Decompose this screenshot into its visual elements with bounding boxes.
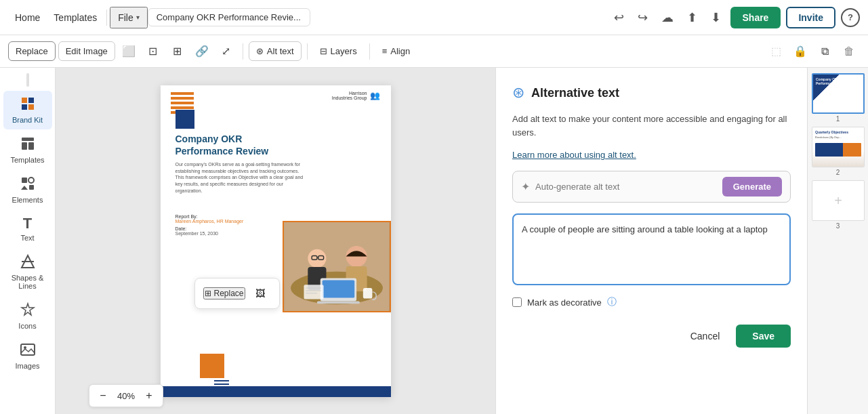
toolbar-divider-2: [307, 43, 308, 60]
icons-label: Icons: [18, 322, 36, 330]
sidebar-item-brand[interactable]: Brand Kit: [3, 91, 52, 129]
info-icon[interactable]: ⓘ: [607, 296, 617, 308]
replace-overlay-button[interactable]: ⊞ Replace: [203, 287, 245, 299]
left-sidebar: Brand Kit Templates Elements T Text Shap…: [0, 68, 56, 414]
top-bar: Home Templates File ▾ ↩ ↪ ☁ ⬆ ⬇ Share In…: [0, 0, 868, 35]
learn-more-link[interactable]: Learn more about using alt text.: [512, 150, 791, 160]
alt-text-textarea[interactable]: [512, 213, 791, 285]
sidebar-item-shapes[interactable]: Shapes & Lines: [3, 249, 52, 295]
shapes-icon: [20, 254, 35, 271]
svg-rect-3: [28, 104, 34, 110]
panel-description: Add alt text to make your content more a…: [512, 112, 791, 139]
align-button[interactable]: ≡ Align: [375, 42, 417, 60]
layers-icon: ⊟: [320, 46, 327, 56]
zoom-controls: − 40% +: [89, 384, 163, 407]
document-preview: Harrison Industries Group 👥 Company OKR …: [161, 85, 391, 397]
thumbnail-3[interactable]: + 3: [812, 180, 864, 230]
replace-overlay-icon: ⊞: [205, 289, 211, 298]
toolbar-divider-3: [369, 43, 370, 60]
icons-icon: [20, 302, 35, 319]
alt-text-button[interactable]: ⊛ Alt text: [249, 41, 302, 61]
canvas-area: Harrison Industries Group 👥 Company OKR …: [56, 68, 495, 414]
sidebar-item-elements[interactable]: Elements: [3, 171, 52, 209]
decorative-row: Mark as decorative ⓘ: [512, 296, 791, 308]
mark-decorative-checkbox[interactable]: [512, 297, 522, 307]
file-label: File: [118, 12, 133, 23]
delete-button[interactable]: 🗑: [838, 41, 860, 62]
bottom-blue-bar: [161, 386, 391, 397]
brand-label: Brand Kit: [12, 116, 43, 124]
save-button[interactable]: Save: [736, 325, 791, 348]
svg-rect-14: [21, 344, 35, 355]
auto-generate-input[interactable]: [535, 182, 717, 192]
people-image: [284, 222, 390, 311]
thumbnail-image-3: +: [812, 180, 865, 221]
elements-icon: [20, 176, 35, 193]
zoom-in-button[interactable]: +: [141, 388, 157, 404]
blue-square-decoration: [175, 110, 194, 129]
report-by-name: Mareen Ampharos, HR Manager: [175, 219, 244, 224]
transform-button[interactable]: ⊡: [142, 41, 164, 62]
duplicate-button[interactable]: ⧉: [814, 41, 835, 62]
document-title-input[interactable]: [148, 8, 310, 26]
svg-rect-27: [316, 301, 359, 304]
images-label: Images: [15, 362, 39, 370]
thumbnail-2[interactable]: Quarterly Objectives Breakdown (By Dep… …: [812, 127, 864, 176]
orange-line-1: [171, 92, 194, 95]
file-menu-button[interactable]: File ▾: [110, 7, 148, 28]
thumbnail-number-1: 1: [812, 115, 864, 123]
thumbnail-number-3: 3: [812, 222, 864, 230]
frame-button[interactable]: ⬚: [765, 41, 787, 62]
thumbnail-number-2: 2: [812, 169, 864, 176]
zoom-value: 40%: [114, 391, 138, 401]
alt-text-panel-icon: ⊛: [512, 84, 524, 102]
link-button[interactable]: 🔗: [191, 41, 213, 62]
replace-label: Replace: [16, 46, 48, 56]
svg-rect-32: [363, 288, 372, 299]
sidebar-item-text[interactable]: T Text: [3, 211, 52, 247]
sidebar-item-images[interactable]: Images: [3, 337, 52, 375]
grid-button[interactable]: ⊞: [167, 41, 188, 62]
help-button[interactable]: ?: [841, 8, 860, 27]
lock-button[interactable]: 🔒: [789, 41, 811, 62]
share-button[interactable]: Share: [730, 7, 781, 28]
edit-image-label: Edit Image: [66, 46, 108, 56]
layers-label: Layers: [331, 46, 357, 56]
report-by-section: Report By: Mareen Ampharos, HR Manager D…: [175, 214, 244, 236]
redo-button[interactable]: ↪: [634, 6, 652, 29]
layers-button[interactable]: ⊟ Layers: [313, 42, 364, 60]
edit-image-button[interactable]: Edit Image: [58, 41, 115, 61]
mark-decorative-label[interactable]: Mark as decorative: [527, 297, 602, 308]
svg-rect-6: [28, 142, 34, 150]
undo-button[interactable]: ↩: [610, 6, 628, 29]
thumbnail-1[interactable]: Company OKRPerformance Revi… 1: [812, 73, 864, 123]
edit-image-overlay-button[interactable]: 🖼: [249, 283, 271, 304]
cancel-button[interactable]: Cancel: [682, 325, 728, 347]
crop-icon-button[interactable]: ⬜: [118, 41, 140, 62]
align-icon: ≡: [382, 46, 388, 56]
generate-button[interactable]: Generate: [722, 177, 782, 196]
shapes-label: Shapes & Lines: [6, 274, 49, 290]
text-label: Text: [20, 234, 34, 242]
report-date-value: September 15, 2030: [175, 231, 244, 236]
svg-rect-2: [22, 104, 27, 110]
nav-home[interactable]: Home: [8, 8, 47, 27]
invite-button[interactable]: Invite: [786, 7, 835, 28]
cloud-save-button[interactable]: ☁: [657, 6, 678, 29]
sidebar-item-icons[interactable]: Icons: [3, 297, 52, 335]
resize-button[interactable]: ⤢: [215, 41, 237, 62]
export-button[interactable]: ⬆: [683, 6, 701, 29]
download-button[interactable]: ⬇: [707, 6, 725, 29]
zoom-out-button[interactable]: −: [95, 388, 111, 404]
align-label: Align: [390, 46, 410, 56]
sidebar-item-templates[interactable]: Templates: [3, 131, 52, 169]
alt-text-label: Alt text: [267, 46, 294, 56]
replace-overlay: ⊞ Replace 🖼: [194, 278, 280, 309]
orange-line-4: [171, 106, 194, 109]
replace-button[interactable]: Replace: [8, 41, 56, 61]
brand-icon: [20, 96, 35, 113]
svg-rect-1: [28, 98, 34, 103]
right-thumbnail-strip: Company OKRPerformance Revi… 1 Quarterly…: [807, 68, 868, 414]
doc-image-element[interactable]: [283, 221, 391, 312]
nav-templates[interactable]: Templates: [47, 8, 104, 27]
